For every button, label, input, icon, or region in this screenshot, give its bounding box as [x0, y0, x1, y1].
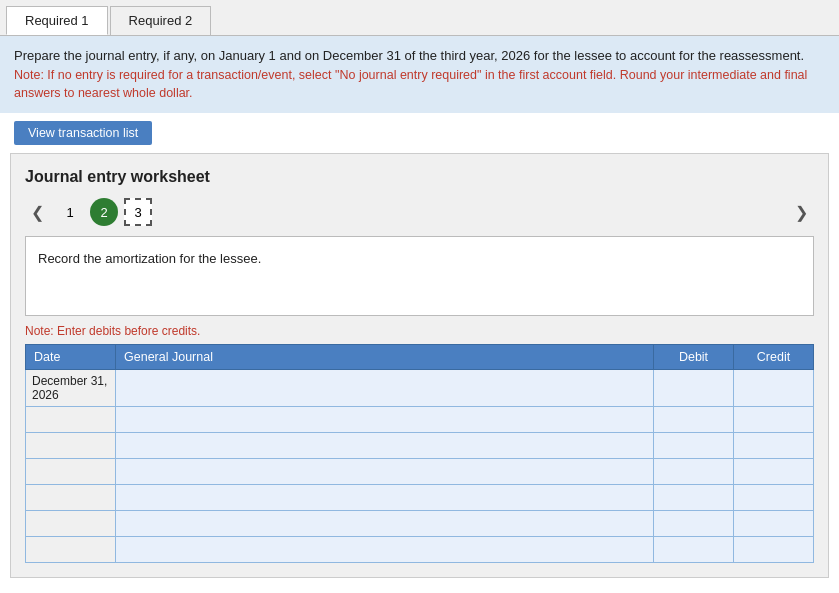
nav-page-2[interactable]: 2 [90, 198, 118, 226]
general-journal-cell[interactable] [116, 485, 654, 511]
transaction-btn-area: View transaction list [0, 113, 839, 153]
nav-prev-arrow[interactable]: ❮ [25, 201, 50, 224]
table-row [26, 433, 814, 459]
debit-cell[interactable] [654, 511, 734, 537]
date-cell [26, 511, 116, 537]
description-box: Record the amortization for the lessee. [25, 236, 814, 316]
col-header-general-journal: General Journal [116, 345, 654, 370]
general-journal-input[interactable] [116, 407, 653, 432]
credit-cell[interactable] [734, 370, 814, 407]
table-row [26, 511, 814, 537]
info-note-text: Note: If no entry is required for a tran… [14, 66, 825, 104]
debit-cell[interactable] [654, 485, 734, 511]
worksheet-title: Journal entry worksheet [25, 168, 814, 186]
general-journal-cell[interactable] [116, 407, 654, 433]
col-header-debit: Debit [654, 345, 734, 370]
tab-required2[interactable]: Required 2 [110, 6, 212, 35]
table-row: December 31, 2026 [26, 370, 814, 407]
date-cell [26, 537, 116, 563]
general-journal-cell[interactable] [116, 433, 654, 459]
credit-input[interactable] [734, 433, 813, 458]
general-journal-cell[interactable] [116, 511, 654, 537]
description-text: Record the amortization for the lessee. [38, 251, 261, 266]
date-cell [26, 433, 116, 459]
credit-input[interactable] [734, 407, 813, 432]
general-journal-cell[interactable] [116, 537, 654, 563]
table-row [26, 407, 814, 433]
table-row [26, 485, 814, 511]
credit-cell[interactable] [734, 537, 814, 563]
journal-entry-worksheet: Journal entry worksheet ❮ 1 2 3 ❯ Record… [10, 153, 829, 578]
debit-cell[interactable] [654, 407, 734, 433]
date-cell [26, 485, 116, 511]
journal-table: Date General Journal Debit Credit Decemb… [25, 344, 814, 563]
tab-bar: Required 1 Required 2 [0, 0, 839, 36]
date-cell [26, 407, 116, 433]
credit-cell[interactable] [734, 511, 814, 537]
tab-required1[interactable]: Required 1 [6, 6, 108, 35]
debit-input[interactable] [654, 537, 733, 562]
general-journal-input[interactable] [116, 485, 653, 510]
credit-input[interactable] [734, 511, 813, 536]
action-buttons-row: Record entry Clear entry View general jo… [0, 588, 839, 593]
debits-before-credits-note: Note: Enter debits before credits. [25, 324, 814, 338]
col-header-date: Date [26, 345, 116, 370]
worksheet-nav: ❮ 1 2 3 ❯ [25, 198, 814, 226]
nav-page-3[interactable]: 3 [124, 198, 152, 226]
nav-page-1[interactable]: 1 [56, 198, 84, 226]
general-journal-input[interactable] [116, 537, 653, 562]
credit-cell[interactable] [734, 433, 814, 459]
credit-input[interactable] [734, 485, 813, 510]
general-journal-input[interactable] [116, 370, 653, 406]
general-journal-input[interactable] [116, 511, 653, 536]
table-row [26, 459, 814, 485]
credit-input[interactable] [734, 459, 813, 484]
debit-input[interactable] [654, 485, 733, 510]
debit-cell[interactable] [654, 459, 734, 485]
general-journal-input[interactable] [116, 433, 653, 458]
date-cell [26, 459, 116, 485]
credit-input[interactable] [734, 537, 813, 562]
debit-input[interactable] [654, 433, 733, 458]
general-journal-cell[interactable] [116, 370, 654, 407]
general-journal-cell[interactable] [116, 459, 654, 485]
credit-cell[interactable] [734, 407, 814, 433]
col-header-credit: Credit [734, 345, 814, 370]
debit-cell[interactable] [654, 537, 734, 563]
debit-input[interactable] [654, 511, 733, 536]
general-journal-input[interactable] [116, 459, 653, 484]
nav-next-arrow[interactable]: ❯ [789, 201, 814, 224]
debit-input[interactable] [654, 407, 733, 432]
info-main-text: Prepare the journal entry, if any, on Ja… [14, 46, 825, 66]
table-row [26, 537, 814, 563]
debit-cell[interactable] [654, 370, 734, 407]
debit-input[interactable] [654, 459, 733, 484]
view-transaction-button[interactable]: View transaction list [14, 121, 152, 145]
debit-cell[interactable] [654, 433, 734, 459]
credit-cell[interactable] [734, 459, 814, 485]
credit-cell[interactable] [734, 485, 814, 511]
info-box: Prepare the journal entry, if any, on Ja… [0, 36, 839, 113]
debit-input[interactable] [654, 370, 733, 406]
credit-input[interactable] [734, 370, 813, 406]
date-cell: December 31, 2026 [26, 370, 116, 407]
